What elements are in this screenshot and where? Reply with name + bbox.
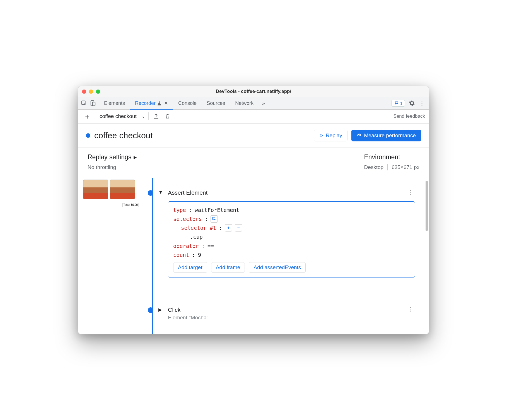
tab-elements[interactable]: Elements [99, 97, 130, 109]
more-tabs-button[interactable]: » [259, 97, 268, 109]
add-frame-button[interactable]: Add frame [211, 262, 245, 273]
gauge-icon [357, 133, 362, 138]
pick-selector-button[interactable] [211, 215, 218, 223]
step-subtitle: Element "Mocha" [168, 315, 415, 321]
count-value[interactable]: 9 [198, 250, 201, 259]
environment-heading: Environment [364, 153, 400, 161]
kebab-menu-icon[interactable]: ⋮ [419, 100, 425, 107]
expand-step-icon[interactable]: ▼ [158, 190, 163, 278]
window-title: DevTools - coffee-cart.netlify.app/ [78, 89, 429, 94]
step-details-panel: type: waitForElement selectors: selector… [168, 201, 415, 278]
tab-sources[interactable]: Sources [202, 97, 230, 109]
steps-area: Total: $0.00 ▼ Assert Element ⋮ type: wa… [78, 178, 429, 334]
type-value[interactable]: waitForElement [195, 206, 239, 214]
delete-button[interactable] [164, 113, 172, 119]
step-click: ▶ Click ⋮ Element "Mocha" [148, 306, 415, 321]
settings-bar: Replay settings ▸ No throttling Environm… [78, 148, 429, 178]
send-feedback-link[interactable]: Send feedback [393, 114, 425, 119]
status-dot [86, 133, 90, 138]
experiment-icon [157, 101, 161, 105]
maximize-window-button[interactable] [96, 90, 100, 94]
device-toggle-icon[interactable] [90, 100, 96, 106]
play-icon [319, 133, 323, 138]
step-menu-button[interactable]: ⋮ [405, 189, 415, 196]
svg-rect-2 [92, 102, 95, 106]
recording-title: coffee checkout [94, 131, 153, 140]
tab-recorder[interactable]: Recorder ✕ [130, 97, 173, 109]
tab-network[interactable]: Network [230, 97, 259, 109]
settings-gear-icon[interactable] [409, 100, 415, 106]
viewport-size: 625×671 px [392, 164, 419, 170]
step-title: Assert Element [168, 189, 207, 196]
add-asserted-events-button[interactable]: Add assertedEvents [249, 262, 306, 273]
recorder-toolbar: ＋ coffee checkout ⌄ Send feedback [78, 110, 429, 124]
replay-button[interactable]: Replay [314, 130, 347, 141]
minimize-window-button[interactable] [89, 90, 93, 94]
close-window-button[interactable] [82, 90, 86, 94]
thumb-total: Total: $0.00 [122, 203, 139, 207]
close-tab-icon[interactable]: ✕ [164, 100, 168, 106]
inspect-icon[interactable] [81, 100, 87, 106]
messages-badge[interactable]: 1 [392, 100, 405, 107]
svg-rect-3 [395, 102, 398, 103]
operator-value[interactable]: == [207, 242, 214, 250]
messages-count: 1 [400, 101, 402, 106]
chevron-right-icon: ▸ [134, 153, 137, 161]
add-target-button[interactable]: Add target [173, 262, 207, 273]
expand-step-icon[interactable]: ▶ [158, 307, 163, 321]
remove-selector-button[interactable]: − [235, 224, 242, 231]
recording-name: coffee checkout [100, 113, 137, 119]
device-type: Desktop [364, 164, 383, 170]
replay-settings-toggle[interactable]: Replay settings ▸ [88, 153, 137, 161]
svg-rect-4 [395, 103, 397, 103]
step-menu-button[interactable]: ⋮ [405, 306, 415, 313]
message-icon [394, 101, 399, 106]
devtools-window: DevTools - coffee-cart.netlify.app/ Elem… [78, 86, 429, 334]
titlebar: DevTools - coffee-cart.netlify.app/ [78, 86, 429, 97]
throttling-value: No throttling [88, 164, 137, 170]
new-recording-button[interactable]: ＋ [82, 112, 93, 121]
chevron-down-icon: ⌄ [142, 114, 145, 119]
tab-console[interactable]: Console [173, 97, 202, 109]
recording-select[interactable]: coffee checkout ⌄ [100, 113, 145, 119]
traffic-lights [82, 90, 100, 94]
export-button[interactable] [152, 113, 160, 119]
measure-performance-button[interactable]: Measure performance [351, 130, 421, 141]
selector-value[interactable]: .cup [190, 232, 203, 241]
recording-header: coffee checkout Replay Measure performan… [78, 124, 429, 148]
step-dot [148, 190, 153, 196]
step-title: Click [168, 306, 181, 313]
step-assert-element: ▼ Assert Element ⋮ type: waitForElement … [148, 189, 415, 278]
scrollbar[interactable] [426, 181, 428, 231]
add-selector-button[interactable]: ＋ [225, 224, 232, 231]
step-screenshot-thumbnail: Total: $0.00 [83, 180, 139, 199]
step-dot [148, 307, 153, 313]
panel-tabs: Elements Recorder ✕ Console Sources Netw… [78, 97, 429, 110]
